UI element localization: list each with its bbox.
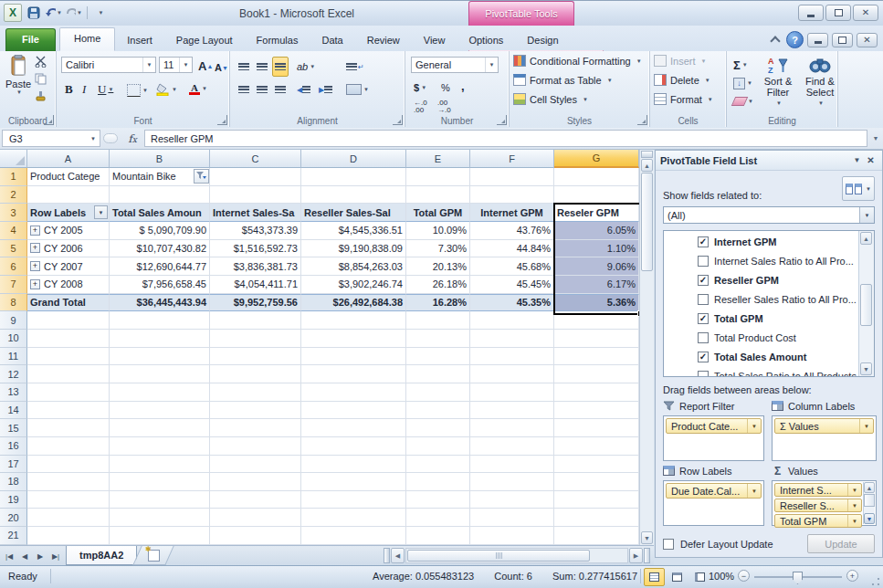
cell-E15[interactable] xyxy=(406,419,470,437)
cell-A16[interactable] xyxy=(27,437,110,456)
fill-color-button[interactable]: ▼ xyxy=(153,79,180,100)
field-list-scrollbar[interactable]: ▲ ▼ xyxy=(858,231,874,376)
bottom-align-button[interactable] xyxy=(272,57,289,77)
close-button[interactable]: ✕ xyxy=(853,5,878,21)
column-header-B[interactable]: B xyxy=(110,150,210,168)
report-filter-icon[interactable] xyxy=(194,169,209,184)
restore-button[interactable] xyxy=(825,5,851,21)
cell-D5[interactable]: $9,190,838.09 xyxy=(301,240,406,258)
cell-F7[interactable]: 45.45% xyxy=(470,276,554,294)
cell-G3[interactable]: Reseler GPM xyxy=(554,204,639,222)
autosum-button[interactable]: Σ▼ xyxy=(731,55,751,75)
shrink-font-button[interactable]: A▼ xyxy=(212,58,231,78)
field-checkbox[interactable] xyxy=(698,294,709,305)
row-header-4[interactable]: 4 xyxy=(0,222,27,240)
row-header-5[interactable]: 5 xyxy=(0,240,27,258)
expand-formula-bar-icon[interactable]: ▼ xyxy=(868,135,883,142)
customize-qat-button[interactable]: ▼ xyxy=(92,5,109,21)
resize-grip[interactable] xyxy=(870,576,881,587)
align-right-button[interactable] xyxy=(272,79,289,100)
row-header-15[interactable]: 15 xyxy=(0,419,27,437)
cell-A7[interactable]: +CY 2008 xyxy=(27,276,110,294)
cell-C7[interactable]: $4,054,411.71 xyxy=(210,276,301,294)
field-pill[interactable]: Due Date.Cal...▼ xyxy=(666,483,762,499)
cell-D21[interactable] xyxy=(301,527,406,545)
expand-icon[interactable]: + xyxy=(30,279,40,289)
field-pill[interactable]: Product Cate...▼ xyxy=(666,418,762,434)
tab-insert[interactable]: Insert xyxy=(115,29,164,51)
field-checkbox[interactable]: ✓ xyxy=(698,313,709,324)
format-as-table-button[interactable]: Format as Table▼ xyxy=(510,70,649,89)
cell-D12[interactable] xyxy=(301,365,406,383)
cell-C14[interactable] xyxy=(210,402,301,420)
last-sheet-icon[interactable]: ▶| xyxy=(48,549,63,563)
cell-C11[interactable] xyxy=(210,348,301,366)
cell-F18[interactable] xyxy=(470,473,554,491)
row-labels-area[interactable]: Due Date.Cal...▼ xyxy=(663,480,764,526)
align-center-button[interactable] xyxy=(254,79,270,100)
pane-close-icon[interactable]: ✕ xyxy=(864,155,878,165)
row-header-19[interactable]: 19 xyxy=(0,491,27,509)
cell-A9[interactable] xyxy=(27,311,110,330)
column-header-E[interactable]: E xyxy=(406,150,470,168)
cell-A3[interactable]: Row Labels▼ xyxy=(27,204,110,222)
cell-E5[interactable]: 7.30% xyxy=(406,240,470,258)
format-painter-button[interactable] xyxy=(35,89,47,104)
pill-dropdown-icon[interactable]: ▼ xyxy=(847,499,861,511)
cell-C21[interactable] xyxy=(210,527,301,545)
cell-C16[interactable] xyxy=(210,437,301,456)
cell-A20[interactable] xyxy=(27,509,110,527)
minimize-button[interactable] xyxy=(798,5,824,21)
cell-G19[interactable] xyxy=(554,491,639,509)
cell-B7[interactable]: $7,956,658.45 xyxy=(110,276,210,294)
row-header-1[interactable]: 1 xyxy=(0,168,27,186)
cell-C3[interactable]: Internet Sales-Sa xyxy=(210,204,301,222)
sort-filter-button[interactable]: AZ Sort & Filter▼ xyxy=(752,53,804,111)
insert-worksheet-icon[interactable] xyxy=(132,546,173,565)
scroll-up-icon[interactable]: ▲ xyxy=(641,159,653,172)
field-item[interactable]: Internet Sales Ratio to All Pro... xyxy=(664,251,858,270)
field-scroll-down-icon[interactable]: ▼ xyxy=(860,362,872,375)
cell-G14[interactable] xyxy=(554,402,639,420)
cell-D15[interactable] xyxy=(301,419,406,437)
cell-B5[interactable]: $10,707,430.82 xyxy=(110,240,210,258)
cell-D1[interactable] xyxy=(301,168,406,186)
cell-B12[interactable] xyxy=(110,365,210,383)
increase-decimal-button[interactable]: ←.0.00 xyxy=(411,97,430,117)
increase-indent-button[interactable]: ▶ xyxy=(316,79,335,100)
cell-D11[interactable] xyxy=(301,348,406,366)
field-item[interactable]: Total Sales Ratio to All Products xyxy=(664,366,858,376)
cell-A4[interactable]: +CY 2005 xyxy=(27,222,110,240)
column-header-F[interactable]: F xyxy=(470,150,554,168)
cell-D14[interactable] xyxy=(301,402,406,420)
cell-G8[interactable]: 5.36% xyxy=(554,294,639,312)
bold-button[interactable]: B xyxy=(62,79,76,100)
field-item[interactable]: ✓Total GPM xyxy=(664,309,858,328)
cell-D7[interactable]: $3,902,246.74 xyxy=(301,276,406,294)
scroll-right-icon[interactable]: ▶ xyxy=(629,548,643,563)
name-box-arrow-icon[interactable]: ▼ xyxy=(87,136,100,142)
cell-D10[interactable] xyxy=(301,330,406,348)
values-scrollbar[interactable]: ▲ ▼ xyxy=(863,482,875,524)
styles-dialog-launcher-icon[interactable] xyxy=(637,115,647,125)
defer-layout-checkbox[interactable] xyxy=(663,539,674,550)
cell-F9[interactable] xyxy=(470,311,554,330)
cell-G17[interactable] xyxy=(554,456,639,474)
cell-C6[interactable]: $3,836,381.73 xyxy=(210,257,301,276)
column-header-A[interactable]: A xyxy=(27,150,110,168)
zoom-level[interactable]: 100% xyxy=(709,571,734,582)
prev-sheet-icon[interactable]: ◀ xyxy=(17,549,32,563)
cell-B15[interactable] xyxy=(110,419,210,437)
column-header-G[interactable]: G xyxy=(554,150,639,168)
pill-dropdown-icon[interactable]: ▼ xyxy=(847,515,861,527)
cell-A15[interactable] xyxy=(27,419,110,437)
row-labels-dropdown-icon[interactable]: ▼ xyxy=(94,205,108,219)
cell-D19[interactable] xyxy=(301,491,406,509)
cell-F3[interactable]: Internet GPM xyxy=(470,204,554,222)
cell-A6[interactable]: +CY 2007 xyxy=(27,257,110,276)
cell-E6[interactable]: 20.13% xyxy=(406,257,470,276)
first-sheet-icon[interactable]: |◀ xyxy=(2,549,16,563)
cell-A18[interactable] xyxy=(27,473,110,491)
field-pill[interactable]: Internet S...▼ xyxy=(774,483,862,497)
cell-B19[interactable] xyxy=(110,491,210,509)
